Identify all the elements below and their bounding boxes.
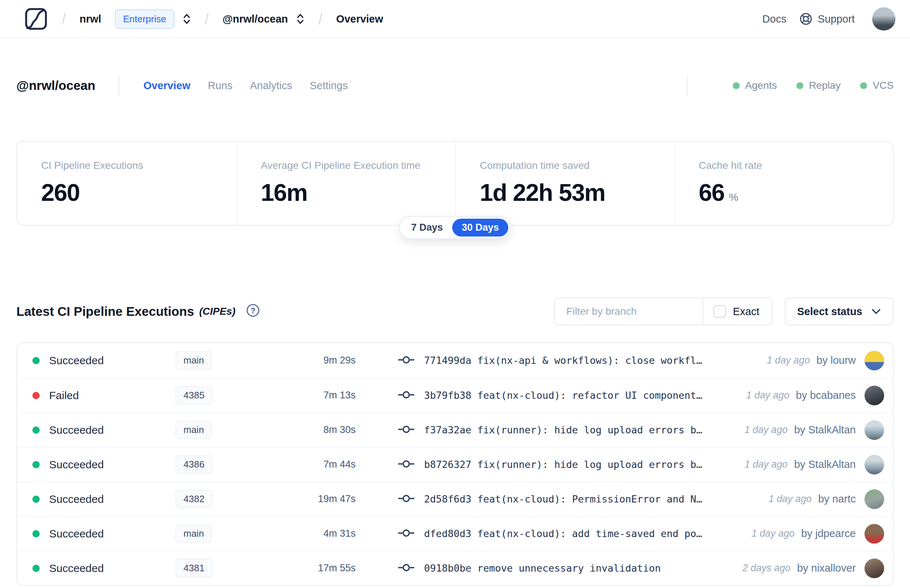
status-dot-icon (32, 426, 40, 434)
section-title: Latest CI Pipeline Executions (16, 304, 194, 319)
select-status-label: Select status (797, 305, 862, 318)
nx-cloud-app: / nrwl Enterprise / @nrwl/ocean (0, 0, 910, 588)
workspace-switcher-chevron-icon[interactable] (296, 12, 305, 26)
status-agents[interactable]: Agents (733, 80, 777, 91)
stat-unit: % (729, 191, 739, 203)
table-row[interactable]: Succeeded 4382 19m 47s 2d58f6d3 feat(nx-… (17, 481, 893, 516)
branch-badge[interactable]: 4385 (175, 386, 213, 405)
git-commit-icon (398, 425, 415, 436)
commit-text[interactable]: 3b79fb38 feat(nx-cloud): refactor UI com… (424, 390, 702, 401)
author-avatar (865, 489, 884, 509)
commit-text[interactable]: dfed80d3 feat(nx-cloud): add time-saved … (424, 528, 702, 539)
stats-cards: CI Pipeline Executions 260 Average CI Pi… (16, 141, 894, 226)
table-row[interactable]: Succeeded 4381 17m 55s 0918b0be remove u… (17, 551, 893, 585)
status-replay[interactable]: Replay (797, 80, 840, 91)
tab-runs[interactable]: Runs (208, 80, 233, 92)
table-row[interactable]: Succeeded main 4m 31s dfed80d3 feat(nx-c… (17, 516, 893, 551)
branch-badge[interactable]: main (175, 421, 212, 439)
commit-text[interactable]: 2d58f6d3 feat(nx-cloud): PermissionError… (424, 493, 702, 505)
branch-badge[interactable]: main (175, 351, 212, 370)
author-avatar (865, 524, 884, 544)
branch-badge[interactable]: main (175, 524, 212, 543)
table-row[interactable]: Succeeded main 8m 30s f37a32ae fix(runne… (17, 412, 893, 447)
tab-analytics[interactable]: Analytics (250, 80, 292, 92)
workspace-header: @nrwl/ocean Overview Runs Analytics Sett… (16, 70, 894, 101)
page-title: @nrwl/ocean (16, 78, 95, 93)
stat-label: Average CI Pipeline Execution time (261, 160, 448, 171)
author-avatar (865, 386, 884, 405)
row-status: Succeeded (49, 493, 104, 506)
green-dot-icon (733, 82, 740, 89)
svg-text:?: ? (251, 306, 255, 315)
row-author: by StalkAltan (794, 424, 856, 436)
row-status: Succeeded (49, 528, 104, 540)
commit-text[interactable]: 0918b0be remove unnecessary invalidation (424, 562, 661, 574)
table-row[interactable]: Succeeded main 9m 29s 771499da fix(nx-ap… (17, 343, 893, 378)
table-row[interactable]: Failed 4385 7m 13s 3b79fb38 feat(nx-clou… (17, 378, 893, 412)
cipe-section-header: Latest CI Pipeline Executions (CIPEs) ? … (16, 298, 894, 325)
status-agents-label: Agents (745, 80, 777, 91)
user-avatar[interactable] (872, 7, 895, 31)
enterprise-badge: Enterprise (115, 10, 175, 29)
git-commit-icon (398, 459, 415, 470)
stat-label: CI Pipeline Executions (41, 160, 229, 171)
support-label: Support (818, 13, 855, 25)
branch-badge[interactable]: 4381 (175, 559, 213, 577)
breadcrumb-org[interactable]: nrwl (80, 13, 102, 25)
row-duration: 7m 44s (250, 459, 356, 470)
stat-average-execution-time: Average CI Pipeline Execution time 16m (236, 142, 455, 225)
tab-settings[interactable]: Settings (310, 80, 348, 92)
cipe-table: Succeeded main 9m 29s 771499da fix(nx-ap… (16, 342, 894, 586)
branch-filter-input[interactable] (555, 298, 702, 325)
range-30-days-button[interactable]: 30 Days (452, 219, 508, 236)
table-row[interactable]: Succeeded 4386 7m 44s b8726327 fix(runne… (17, 447, 893, 481)
support-link[interactable]: Support (799, 12, 855, 26)
branch-badge[interactable]: 4382 (175, 490, 213, 508)
stat-value: 66% (699, 179, 886, 206)
status-dot-icon (32, 357, 40, 364)
top-nav: / nrwl Enterprise / @nrwl/ocean (0, 0, 910, 39)
range-7-days-button[interactable]: 7 Days (401, 219, 452, 236)
commit-text[interactable]: 771499da fix(nx-api & workflows): close … (424, 355, 702, 366)
select-status-dropdown[interactable]: Select status (785, 298, 894, 325)
status-dot-icon (32, 461, 40, 468)
stat-ci-pipeline-executions: CI Pipeline Executions 260 (17, 142, 236, 225)
branch-badge[interactable]: 4386 (175, 455, 213, 474)
status-dot-icon (32, 530, 40, 538)
git-commit-icon (398, 494, 415, 505)
row-author: by jdpearce (801, 528, 856, 540)
org-switcher-chevron-icon[interactable] (183, 12, 191, 26)
row-author: by StalkAltan (794, 459, 856, 470)
stat-value: 16m (261, 179, 448, 206)
commit-text[interactable]: f37a32ae fix(runner): hide log upload er… (424, 424, 702, 436)
row-duration: 19m 47s (250, 493, 356, 505)
status-dot-icon (32, 496, 40, 503)
row-duration: 8m 30s (250, 424, 356, 436)
status-vcs[interactable]: VCS (860, 80, 894, 91)
author-avatar (865, 420, 884, 440)
exact-checkbox[interactable] (713, 305, 726, 318)
breadcrumb-separator: / (62, 10, 66, 27)
row-time-ago: 2 days ago (743, 562, 790, 574)
status-dot-icon (32, 565, 40, 572)
row-duration: 9m 29s (250, 355, 356, 366)
author-avatar (865, 559, 884, 578)
row-duration: 7m 13s (250, 390, 356, 401)
status-replay-label: Replay (809, 80, 840, 91)
commit-text[interactable]: b8726327 fix(runner): hide log upload er… (424, 459, 702, 470)
stat-computation-time-saved: Computation time saved 1d 22h 53m (455, 142, 674, 225)
breadcrumb-separator: / (318, 10, 323, 27)
section-title-suffix: (CIPEs) (199, 305, 236, 317)
stat-value: 260 (41, 179, 229, 206)
nx-cloud-logo-icon[interactable] (24, 7, 48, 31)
row-time-ago: 1 day ago (766, 355, 810, 366)
green-dot-icon (797, 82, 803, 89)
help-icon[interactable]: ? (246, 303, 260, 318)
docs-link[interactable]: Docs (762, 13, 786, 25)
row-author: by bcabanes (796, 389, 856, 401)
breadcrumb-separator: / (205, 10, 209, 27)
git-commit-icon (398, 528, 415, 539)
tab-overview[interactable]: Overview (144, 80, 191, 92)
breadcrumb-workspace[interactable]: @nrwl/ocean (222, 13, 288, 25)
row-time-ago: 1 day ago (746, 390, 789, 401)
